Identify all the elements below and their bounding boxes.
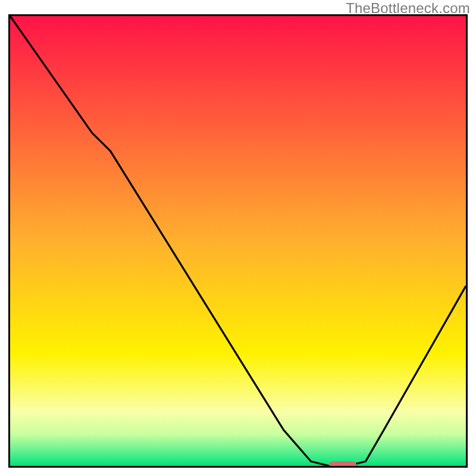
optimal-range-marker — [329, 461, 356, 466]
background-gradient — [10, 16, 466, 466]
plot-area — [8, 14, 468, 468]
chart-svg — [10, 16, 466, 466]
chart-frame: TheBottleneck.com — [0, 0, 476, 476]
